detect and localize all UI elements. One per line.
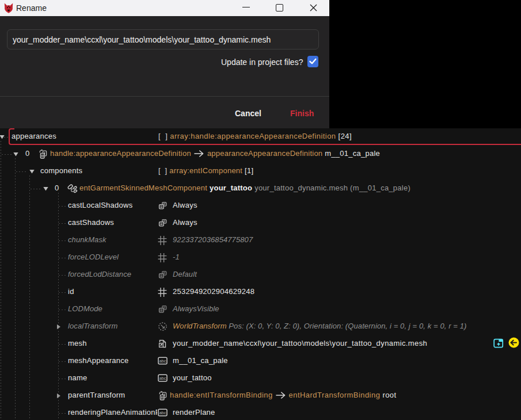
svg-text:abc: abc bbox=[159, 358, 166, 364]
svg-text:abc: abc bbox=[159, 410, 166, 415]
svg-text:abc: abc bbox=[159, 376, 166, 381]
